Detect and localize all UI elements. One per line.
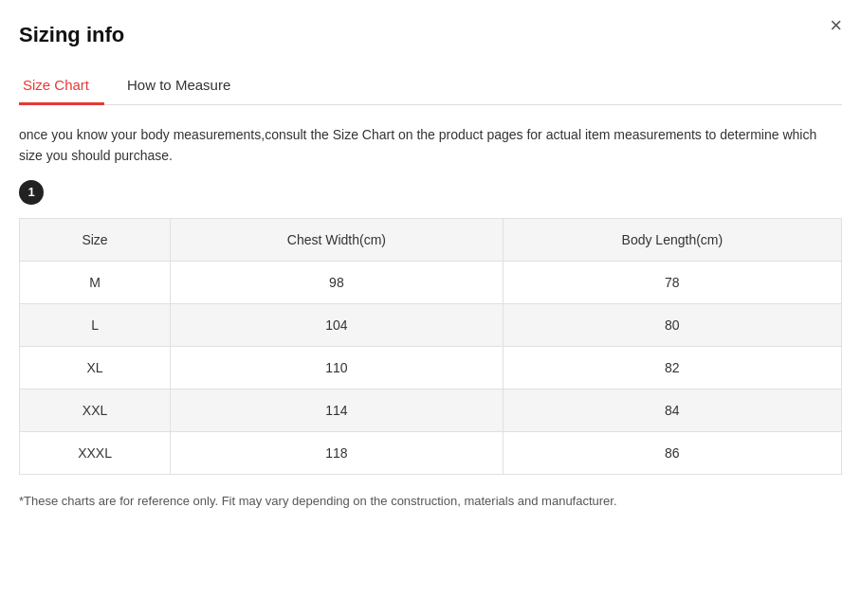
size-table: Size Chest Width(cm) Body Length(cm) M98… bbox=[19, 218, 842, 475]
tab-size-chart[interactable]: Size Chart bbox=[19, 67, 104, 105]
table-row: XL11082 bbox=[20, 346, 842, 389]
col-header-chest: Chest Width(cm) bbox=[171, 218, 504, 261]
table-cell-4-1: 118 bbox=[171, 431, 504, 474]
table-cell-4-0: XXXL bbox=[20, 431, 171, 474]
table-row: L10480 bbox=[20, 303, 842, 346]
table-cell-2-0: XL bbox=[20, 346, 171, 389]
table-cell-2-2: 82 bbox=[503, 346, 841, 389]
table-cell-3-0: XXL bbox=[20, 389, 171, 431]
table-row: M9878 bbox=[20, 261, 842, 303]
table-cell-3-1: 114 bbox=[171, 389, 504, 431]
tab-bar: Size Chart How to Measure bbox=[19, 66, 842, 105]
modal-container: × Sizing info Size Chart How to Measure … bbox=[0, 0, 861, 616]
table-row: XXXL11886 bbox=[20, 431, 842, 474]
close-button[interactable]: × bbox=[830, 15, 842, 36]
table-row: XXL11484 bbox=[20, 389, 842, 431]
description-text: once you know your body measurements,con… bbox=[19, 124, 842, 167]
table-cell-2-1: 110 bbox=[171, 346, 504, 389]
table-cell-0-1: 98 bbox=[171, 261, 504, 303]
footnote-text: *These charts are for reference only. Fi… bbox=[19, 494, 842, 508]
table-header-row: Size Chest Width(cm) Body Length(cm) bbox=[20, 218, 842, 261]
table-cell-3-2: 84 bbox=[503, 389, 841, 431]
table-cell-4-2: 86 bbox=[503, 431, 841, 474]
table-cell-1-1: 104 bbox=[171, 303, 504, 346]
step-badge: 1 bbox=[19, 180, 44, 205]
col-header-size: Size bbox=[20, 218, 171, 261]
table-cell-1-2: 80 bbox=[503, 303, 841, 346]
col-header-body: Body Length(cm) bbox=[503, 218, 841, 261]
modal-title: Sizing info bbox=[19, 23, 842, 47]
tab-how-to-measure[interactable]: How to Measure bbox=[123, 67, 246, 105]
table-cell-1-0: L bbox=[20, 303, 171, 346]
table-cell-0-2: 78 bbox=[503, 261, 841, 303]
table-cell-0-0: M bbox=[20, 261, 171, 303]
